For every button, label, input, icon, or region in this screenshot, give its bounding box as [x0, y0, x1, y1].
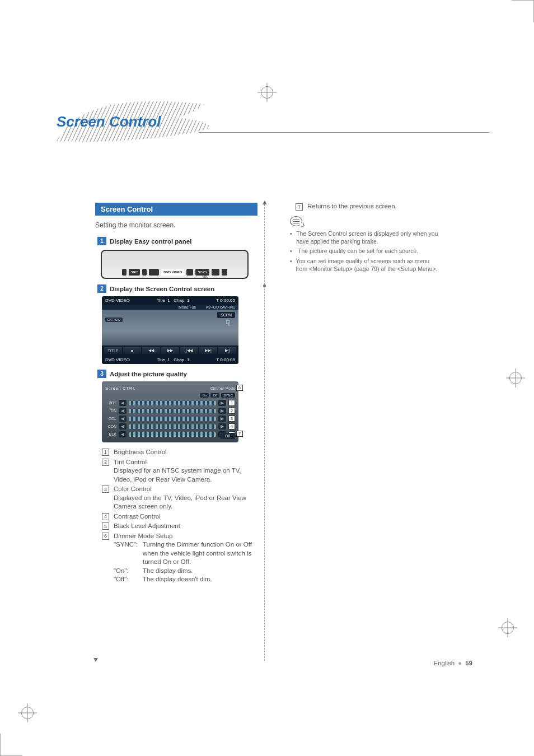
note-icon: [290, 216, 302, 226]
osd-btn-title: TITLE: [104, 347, 122, 354]
ok-button: OK: [221, 433, 235, 439]
osd-ext-sw: EXT SW: [105, 318, 123, 322]
minus-icon: ◀: [119, 408, 127, 414]
adj-row-blk: BLK ◀ ▶ 5: [105, 431, 235, 437]
osd-time: T 0:00:05: [216, 298, 235, 303]
osd-source: DVD VIDEO: [105, 298, 130, 303]
registration-mark-right: [506, 368, 525, 388]
registration-mark-bottom-left: [18, 703, 37, 722]
osd-btn-playpause: ▶||: [218, 347, 236, 354]
legend-6-on: The display dims.: [143, 567, 257, 576]
note-3: You can set image quality of screens suc…: [296, 257, 441, 273]
adj-row-con: CON ◀ ▶ 4: [105, 423, 235, 430]
step-badge: 3: [97, 370, 106, 378]
legend-7: Returns to the previous screen.: [307, 203, 397, 209]
step-text: Display Easy control panel: [110, 238, 191, 245]
left-column: Screen Control Setting the monitor scree…: [95, 203, 257, 585]
picture-quality-screenshot: Screen CTRL Dimmer Mode On Off SYNC 6 BR…: [102, 381, 238, 442]
panel-btn: [122, 269, 127, 276]
page-footer: English ● 59: [434, 660, 472, 666]
minus-icon: ◀: [119, 423, 127, 430]
adj-row-col: COL ◀ ▶ 3: [105, 416, 235, 422]
easy-control-panel-illustration: SRC DVD VIDEO SCRN ☟: [101, 250, 249, 279]
adj-row-tin: TIN ◀ ▶ 2: [105, 408, 235, 414]
osd-mode: Mode:Full: [179, 305, 196, 309]
legend-6-off: The display doesn't dim.: [143, 575, 257, 584]
panel-btn: [186, 269, 193, 276]
plus-icon: ▶: [218, 408, 226, 414]
bullet-icon: •: [290, 247, 294, 255]
intro-text: Setting the monitor screen.: [95, 221, 257, 229]
slider-bar: [129, 424, 216, 429]
screen-control-screenshot: DVD VIDEO Title 1 Chap 1 T 0:00:05 Mode:…: [102, 296, 238, 364]
slider-bar: [129, 417, 216, 421]
panel-btn: [142, 269, 147, 276]
minus-icon: ◀: [119, 431, 127, 437]
legend-4: Contrast Control: [114, 512, 257, 521]
osd-btn-next: ▶▶|: [199, 347, 217, 354]
plus-icon: ▶: [218, 423, 226, 430]
dimmer-opt-off: Off: [210, 393, 219, 398]
adj-title: Screen CTRL: [105, 386, 135, 391]
note-1: The Screen Control screen is displayed o…: [296, 230, 441, 245]
slider-bar: [129, 432, 216, 437]
callout-7-ref: 7: [296, 203, 303, 211]
slider-bar: [129, 401, 216, 405]
step-2: 2 Display the Screen Control screen: [97, 284, 257, 293]
touch-cursor-icon: ☟: [226, 319, 231, 328]
panel-title-bar: Screen Control: [95, 203, 257, 216]
legend-3-sub: Displayed on the TV, Video, iPod or Rear…: [114, 494, 246, 510]
plus-icon: ▶: [218, 400, 226, 406]
registration-mark-top: [257, 83, 277, 102]
panel-btn-src: SRC: [129, 269, 140, 276]
adj-row-brt: BRT ◀ ▶ 1: [105, 400, 235, 406]
panel-label-dvd: DVD VIDEO: [161, 269, 184, 276]
callout-6: 6: [236, 385, 243, 391]
osd-source: DVD VIDEO: [105, 357, 130, 362]
slider-bar: [129, 409, 216, 413]
footer-bullet-icon: ●: [458, 660, 462, 666]
osd-avout: AV–OUT:AV–IN1: [206, 305, 235, 309]
notes-list: •The Screen Control screen is displayed …: [290, 230, 441, 273]
minus-icon: ◀: [119, 416, 127, 422]
plus-icon: ▶: [218, 416, 226, 422]
legend-2-sub: Displayed for an NTSC system image on TV…: [114, 467, 241, 483]
step-badge: 1: [97, 237, 106, 245]
footer-page-number: 59: [465, 660, 472, 666]
callout-1: 1: [228, 400, 235, 406]
bullet-icon: •: [290, 230, 293, 245]
osd-scrn-button: SCRN: [217, 312, 235, 318]
legend-1: Brightness Control: [114, 448, 257, 457]
panel-btn: [212, 269, 219, 276]
minus-icon: ◀: [119, 400, 127, 406]
osd-btn-prev: |◀◀: [180, 347, 198, 354]
dimmer-opt-on: On: [200, 393, 209, 398]
callout-3: 3: [228, 416, 235, 422]
legend-5: Black Level Adjustment: [114, 522, 257, 531]
crop-mark-top-right: [484, 0, 534, 50]
osd-transport-bar: TITLE ■ ◀◀ ▶▶ |◀◀ ▶▶| ▶||: [102, 346, 238, 356]
osd-btn-rew: ◀◀: [142, 347, 160, 354]
osd-btn-stop: ■: [123, 347, 141, 354]
right-column: 7 Returns to the previous screen. •The S…: [273, 203, 441, 585]
callout-4: 4: [228, 423, 235, 430]
osd-btn-ff: ▶▶: [161, 347, 179, 354]
callout-2: 2: [228, 408, 235, 414]
section-header: Screen Control: [53, 101, 534, 146]
step-3: 3 Adjust the picture quality: [97, 370, 257, 378]
panel-btn: [222, 269, 227, 276]
header-rule: [199, 132, 489, 133]
osd-time: T 0:00:05: [216, 357, 235, 362]
dimmer-opt-sync: SYNC: [221, 393, 235, 398]
step-badge: 2: [97, 284, 106, 293]
legend-2: Tint Control: [114, 459, 147, 465]
section-title: Screen Control: [57, 113, 161, 130]
panel-btn: [149, 269, 159, 276]
legend-6-sync: Turning the Dimmer function On or Off wh…: [143, 540, 257, 567]
legend-6: Dimmer Mode Setup: [114, 533, 172, 539]
dimmer-label: Dimmer Mode: [210, 386, 235, 390]
note-2: The picture quality can be set for each …: [298, 247, 418, 255]
footer-language: English: [434, 660, 455, 666]
step-text: Adjust the picture quality: [110, 371, 187, 377]
registration-mark-bottom-right: [498, 618, 517, 637]
